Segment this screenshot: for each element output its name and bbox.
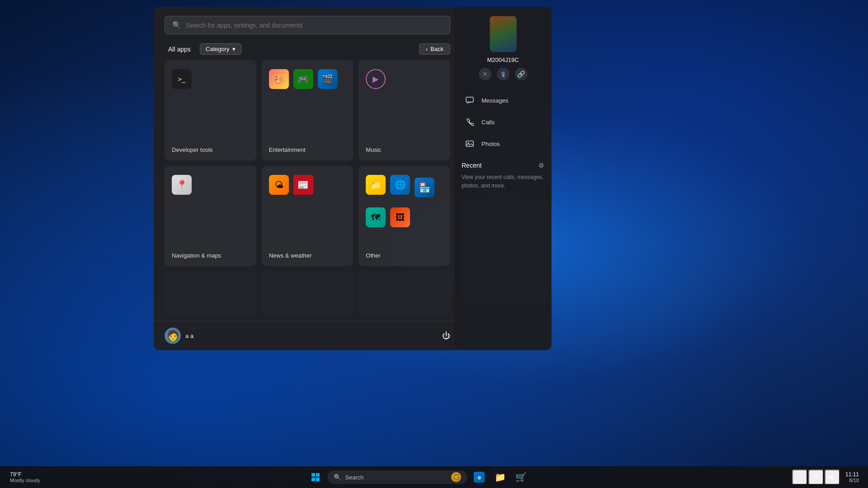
category-card-navigation[interactable]: 📍 Navigation & maps [165,166,256,266]
music-label: Music [366,146,381,153]
navigation-icons: 📍 [172,175,192,197]
svg-rect-0 [466,97,473,102]
photos-label: Photos [481,141,500,147]
music-icon: ▶ [366,69,386,89]
recent-header: Recent ⚙ [462,162,544,169]
category-card-placeholder-1[interactable] [165,272,256,315]
ms-store-taskbar-button[interactable]: 🛒 [512,468,530,486]
category-card-music[interactable]: ▶ Music [359,60,450,160]
paint-icon: 🎨 [269,69,289,89]
category-card-other[interactable]: 📁 🌐 🏪 🗺 🖼 Other [359,166,450,266]
svg-rect-4 [316,473,320,477]
dev-tools-icons: >_ [172,69,192,92]
file-explorer-icon: 📁 [366,175,386,195]
ms-store-icon: 🏪 [415,178,434,197]
photos2-icon: 🖼 [390,207,410,227]
phone-menu-calls[interactable]: Calls [462,111,544,133]
phone-menu-photos[interactable]: Photos [462,133,544,155]
svg-rect-1 [466,141,473,146]
svg-point-7 [815,479,816,480]
category-button[interactable]: Category ▾ [200,43,241,55]
phone-bluetooth-button[interactable] [497,68,509,80]
top-controls: All apps Category ▾ ‹ Back [154,42,461,60]
category-card-news-weather[interactable]: 🌤 📰 News & weather [262,166,354,266]
svg-rect-3 [311,473,315,477]
search-input[interactable] [186,22,443,29]
file-explorer-taskbar-button[interactable]: 📁 [491,468,509,486]
weather-icon: 🌤 [269,175,289,195]
power-button[interactable]: ⏻ [442,331,450,341]
user-avatar[interactable]: 🧑 [165,328,181,344]
volume-icon[interactable] [825,469,840,485]
taskbar-search-logo: 🦁 [451,472,461,482]
taskbar-search-bar[interactable]: 🔍 Search 🦁 [327,470,467,484]
maps-icon: 📍 [172,175,192,195]
taskbar: 79°F Mostly cloudy 🔍 Search 🦁 e 📁 [0,466,868,488]
all-apps-button[interactable]: All apps [165,44,194,55]
system-tray: ^ [792,469,840,485]
search-icon: 🔍 [172,21,181,29]
edge-icon: 🌐 [390,175,410,195]
taskbar-left: 79°F Mostly cloudy [0,471,50,483]
photos-icon [463,137,476,150]
phone-menu-messages[interactable]: Messages [462,89,544,111]
calls-label: Calls [481,119,495,126]
news-weather-label: News & weather [269,252,312,259]
recent-description: View your recent calls, messages, photos… [462,174,543,189]
network-icon[interactable] [808,469,824,485]
terminal-icon: >_ [172,69,192,89]
app-category-grid: >_ Developer tools 🎨 🎮 🎬 Entertainment ▶… [154,60,461,321]
taskbar-search-icon: 🔍 [334,474,341,481]
phone-close-button[interactable]: ✕ [479,68,491,80]
show-hidden-icons-button[interactable]: ^ [792,469,807,485]
svg-rect-5 [311,478,315,481]
messages-label: Messages [481,97,508,104]
taskbar-search-text: Search [345,474,448,481]
maps2-icon: 🗺 [366,207,386,227]
other-label: Other [366,252,381,259]
taskbar-right: ^ 11:11 8/10 [787,469,868,485]
category-card-developer-tools[interactable]: >_ Developer tools [165,60,256,160]
search-bar[interactable]: 🔍 [165,16,450,34]
edge-taskbar-button[interactable]: e [470,468,488,486]
user-name: a a [185,333,193,339]
movies-icon: 🎬 [318,69,338,89]
recent-settings-button[interactable]: ⚙ [538,162,544,169]
svg-rect-6 [316,478,320,481]
back-button[interactable]: ‹ Back [419,43,450,55]
start-menu: 🔍 All apps Category ▾ ‹ Back >_ Develope… [154,7,461,350]
phone-link-button[interactable]: 🔗 [515,68,528,80]
taskbar-center: 🔍 Search 🦁 e 📁 🛒 [50,468,787,486]
developer-tools-label: Developer tools [172,146,212,153]
weather-temperature: 79°F [10,471,40,478]
device-name: M2004J19C [462,56,544,63]
clock-time: 11:11 [845,471,859,478]
weather-description: Mostly cloudy [10,478,40,483]
entertainment-icons: 🎨 🎮 🎬 [269,69,338,92]
calls-icon [463,116,476,128]
category-label: Category [206,46,230,52]
other-icons: 📁 🌐 🏪 🗺 🖼 [366,175,443,230]
news-icon: 📰 [293,175,313,195]
news-weather-icons: 🌤 📰 [269,175,313,197]
back-label: Back [430,46,443,52]
category-card-entertainment[interactable]: 🎨 🎮 🎬 Entertainment [262,60,354,160]
navigation-label: Navigation & maps [172,252,221,259]
entertainment-label: Entertainment [269,146,306,153]
phone-link-panel: M2004J19C ✕ 🔗 Messages Calls [454,7,552,350]
phone-image [490,16,517,52]
weather-widget[interactable]: 79°F Mostly cloudy [5,471,45,483]
recent-title: Recent [462,162,481,169]
start-button[interactable] [307,468,325,486]
chevron-down-icon: ▾ [232,46,236,52]
xbox-icon: 🎮 [293,69,313,89]
recent-section: Recent ⚙ View your recent calls, message… [462,162,544,190]
clock-date: 8/10 [845,478,859,483]
messages-icon [463,94,476,107]
category-card-placeholder-2[interactable] [262,272,354,315]
start-menu-bottom: 🧑 a a ⏻ [154,321,461,350]
phone-actions: ✕ 🔗 [462,68,544,80]
clock-widget[interactable]: 11:11 8/10 [842,471,863,483]
category-card-placeholder-3[interactable] [359,272,450,315]
phone-wallpaper [490,16,516,52]
